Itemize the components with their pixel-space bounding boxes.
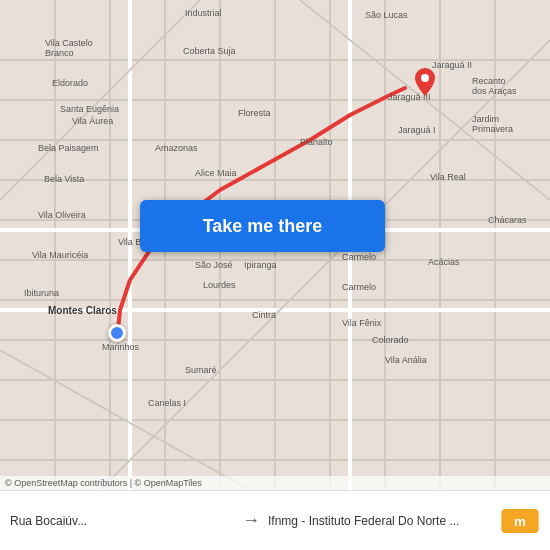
label-vilafenix: Vila Fênix (342, 318, 381, 328)
label-sumare: Sumaré (185, 365, 217, 375)
origin-marker (108, 324, 126, 342)
label-ipiranga: Ipiranga (244, 260, 277, 270)
label-belavista: Bela Vista (44, 174, 84, 184)
label-santaeugenia: Santa Eugênia (60, 104, 119, 114)
map-attribution: © OpenStreetMap contributors | © OpenMap… (0, 476, 550, 490)
label-carmelo1: Carmelo (342, 252, 376, 262)
moovit-logo-svg: m (500, 506, 540, 536)
svg-text:m: m (514, 514, 526, 529)
label-vilareal: Vila Real (430, 172, 466, 182)
route-from-text: Rua Bocaiúv... (10, 514, 234, 528)
bottom-bar: Rua Bocaiúv... → Ifnmg - Instituto Feder… (0, 490, 550, 550)
label-marinhos: Marinhos (102, 342, 139, 352)
route-from: Rua Bocaiúv... (10, 514, 234, 528)
label-floresta: Floresta (238, 108, 271, 118)
route-to: Ifnmg - Instituto Federal Do Norte ... (268, 514, 492, 528)
label-lourdes: Lourdes (203, 280, 236, 290)
label-vilaoliveira: Vila Oliveira (38, 210, 86, 220)
label-recanto: Recantodos Araças (472, 76, 517, 96)
label-jardim: JardimPrimavera (472, 114, 513, 134)
label-jaragua1: Jaraguá I (398, 125, 436, 135)
route-to-text: Ifnmg - Instituto Federal Do Norte ... (268, 514, 492, 528)
label-canelas: Canelas I (148, 398, 186, 408)
route-arrow: → (242, 510, 260, 531)
label-saolucas: São Lucas (365, 10, 408, 20)
label-belapaisagem: Bela Paisagem (38, 143, 99, 153)
label-saojose: São José (195, 260, 233, 270)
label-chacaras: Chácaras (488, 215, 527, 225)
moovit-logo: m (500, 506, 540, 536)
map-container: Industrial São Lucas Vila CasteloBranco … (0, 0, 550, 490)
label-cintra: Cintra (252, 310, 276, 320)
label-jaragua2: Jaraguá II (432, 60, 472, 70)
label-vilamauricia: Vila Mauricéia (32, 250, 88, 260)
label-vilacastelo: Vila CasteloBranco (45, 38, 93, 58)
destination-marker (415, 68, 435, 96)
label-ibituruna: Ibituruna (24, 288, 59, 298)
label-industrial: Industrial (185, 8, 222, 18)
take-me-there-button[interactable]: Take me there (140, 200, 385, 252)
label-alicemaia: Alice Maia (195, 168, 237, 178)
label-vilaaurea: Vila Áurea (72, 116, 113, 126)
svg-point-29 (421, 74, 429, 82)
label-planalto: Planalto (300, 137, 333, 147)
label-amazonas: Amazonas (155, 143, 198, 153)
label-colorado: Colorado (372, 335, 409, 345)
label-vilaanalia: Vila Anália (385, 355, 427, 365)
label-montesclaros: Montes Claros (48, 305, 117, 316)
label-carmelo2: Carmelo (342, 282, 376, 292)
label-eldorado: Eldorado (52, 78, 88, 88)
label-acacias: Acácias (428, 257, 460, 267)
label-cobertasuja: Coberta Suja (183, 46, 236, 56)
